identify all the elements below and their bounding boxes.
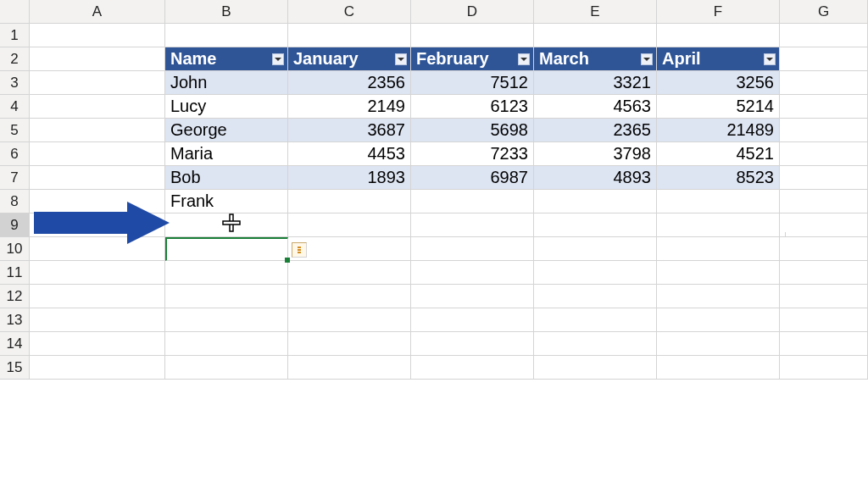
cell-A11[interactable] xyxy=(30,261,165,285)
col-header-F[interactable]: F xyxy=(657,0,780,24)
cell-B3[interactable]: John xyxy=(165,71,288,95)
cell-D6[interactable]: 7233 xyxy=(411,142,534,166)
cell-F14[interactable] xyxy=(657,332,780,356)
cell-E13[interactable] xyxy=(534,308,657,332)
col-header-D[interactable]: D xyxy=(411,0,534,24)
cell-G4[interactable] xyxy=(780,95,868,119)
cell-E14[interactable] xyxy=(534,332,657,356)
filter-dropdown-icon[interactable] xyxy=(518,53,530,65)
select-all-corner[interactable] xyxy=(0,0,30,24)
row-header-12[interactable]: 12 xyxy=(0,285,30,308)
cell-F4[interactable]: 5214 xyxy=(657,95,780,119)
row-header-8[interactable]: 8 xyxy=(0,190,30,214)
cell-E5[interactable]: 2365 xyxy=(534,119,657,142)
row-header-13[interactable]: 13 xyxy=(0,308,30,332)
cell-A2[interactable] xyxy=(30,47,165,71)
table-header-march[interactable]: March xyxy=(534,47,657,71)
cell-A14[interactable] xyxy=(30,332,165,356)
row-header-7[interactable]: 7 xyxy=(0,166,30,190)
cell-F13[interactable] xyxy=(657,308,780,332)
row-header-6[interactable]: 6 xyxy=(0,142,30,166)
cell-A6[interactable] xyxy=(30,142,165,166)
cell-F3[interactable]: 3256 xyxy=(657,71,780,95)
cell-C6[interactable]: 4453 xyxy=(288,142,411,166)
cell-A12[interactable] xyxy=(30,285,165,308)
cell-E11[interactable] xyxy=(534,261,657,285)
cell-G10[interactable] xyxy=(780,237,868,261)
table-header-february[interactable]: February xyxy=(411,47,534,71)
cell-D11[interactable] xyxy=(411,261,534,285)
autofill-options-icon[interactable] xyxy=(292,242,307,258)
cell-G14[interactable] xyxy=(780,332,868,356)
cell-D14[interactable] xyxy=(411,332,534,356)
filter-dropdown-icon[interactable] xyxy=(641,53,653,65)
cell-F10[interactable] xyxy=(657,237,780,261)
cell-G2[interactable] xyxy=(780,47,868,71)
cell-D12[interactable] xyxy=(411,285,534,308)
cell-C3[interactable]: 2356 xyxy=(288,71,411,95)
cell-D8[interactable] xyxy=(411,190,534,214)
filter-dropdown-icon[interactable] xyxy=(272,53,284,65)
col-header-C[interactable]: C xyxy=(288,0,411,24)
cell-G6[interactable] xyxy=(780,142,868,166)
cell-B15[interactable] xyxy=(165,356,288,380)
cell-G12[interactable] xyxy=(780,285,868,308)
cell-B14[interactable] xyxy=(165,332,288,356)
cell-A13[interactable] xyxy=(30,308,165,332)
cell-F9[interactable] xyxy=(657,214,780,237)
cell-E6[interactable]: 3798 xyxy=(534,142,657,166)
cell-C12[interactable] xyxy=(288,285,411,308)
cell-D15[interactable] xyxy=(411,356,534,380)
cell-C15[interactable] xyxy=(288,356,411,380)
col-header-G[interactable]: G xyxy=(780,0,868,24)
row-header-4[interactable]: 4 xyxy=(0,95,30,119)
cell-C7[interactable]: 1893 xyxy=(288,166,411,190)
cell-B8[interactable]: Frank xyxy=(165,190,288,214)
cell-C4[interactable]: 2149 xyxy=(288,95,411,119)
cell-D9[interactable] xyxy=(411,214,534,237)
cell-E4[interactable]: 4563 xyxy=(534,95,657,119)
cell-E12[interactable] xyxy=(534,285,657,308)
cell-D13[interactable] xyxy=(411,308,534,332)
row-header-10[interactable]: 10 xyxy=(0,237,30,261)
row-header-14[interactable]: 14 xyxy=(0,332,30,356)
cell-G1[interactable] xyxy=(780,24,868,47)
cell-A5[interactable] xyxy=(30,119,165,142)
cell-F12[interactable] xyxy=(657,285,780,308)
filter-dropdown-icon[interactable] xyxy=(764,53,776,65)
cell-B5[interactable]: George xyxy=(165,119,288,142)
cell-F1[interactable] xyxy=(657,24,780,47)
cell-D5[interactable]: 5698 xyxy=(411,119,534,142)
cell-C5[interactable]: 3687 xyxy=(288,119,411,142)
cell-D10[interactable] xyxy=(411,237,534,261)
cell-A15[interactable] xyxy=(30,356,165,380)
cell-F11[interactable] xyxy=(657,261,780,285)
cell-E10[interactable] xyxy=(534,237,657,261)
cell-C9[interactable] xyxy=(288,214,411,237)
cell-G8[interactable] xyxy=(780,190,868,214)
cell-B4[interactable]: Lucy xyxy=(165,95,288,119)
col-header-B[interactable]: B xyxy=(165,0,288,24)
cell-B6[interactable]: Maria xyxy=(165,142,288,166)
cell-B11[interactable] xyxy=(165,261,288,285)
cell-A3[interactable] xyxy=(30,71,165,95)
cell-D7[interactable]: 6987 xyxy=(411,166,534,190)
cell-G7[interactable] xyxy=(780,166,868,190)
cell-G5[interactable] xyxy=(780,119,868,142)
row-header-11[interactable]: 11 xyxy=(0,261,30,285)
cell-F5[interactable]: 21489 xyxy=(657,119,780,142)
table-header-name[interactable]: Name xyxy=(165,47,288,71)
cell-A7[interactable] xyxy=(30,166,165,190)
cell-E3[interactable]: 3321 xyxy=(534,71,657,95)
table-header-april[interactable]: April xyxy=(657,47,780,71)
cell-F8[interactable] xyxy=(657,190,780,214)
row-header-9[interactable]: 9 xyxy=(0,214,30,237)
cell-D3[interactable]: 7512 xyxy=(411,71,534,95)
row-header-2[interactable]: 2 xyxy=(0,47,30,71)
row-header-3[interactable]: 3 xyxy=(0,71,30,95)
cell-A4[interactable] xyxy=(30,95,165,119)
cell-C11[interactable] xyxy=(288,261,411,285)
cell-E7[interactable]: 4893 xyxy=(534,166,657,190)
cell-G11[interactable] xyxy=(780,261,868,285)
cell-E15[interactable] xyxy=(534,356,657,380)
